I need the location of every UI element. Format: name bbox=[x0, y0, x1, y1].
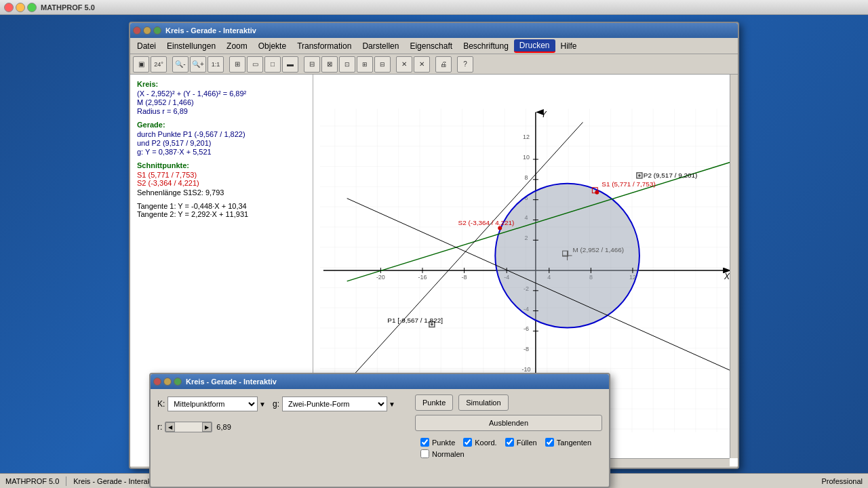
win-min-btn[interactable] bbox=[143, 26, 151, 35]
tool-zoomout[interactable]: 🔍- bbox=[172, 56, 189, 73]
tool-t1[interactable]: ⊡ bbox=[339, 56, 355, 73]
menu-objekte[interactable]: Objekte bbox=[253, 40, 292, 52]
dialog-close-btn[interactable] bbox=[153, 378, 161, 386]
k-select[interactable]: Mittelpunktform bbox=[167, 396, 258, 411]
menu-transformation[interactable]: Transformation bbox=[292, 40, 357, 52]
dialog-mid-col: g: Zwei-Punkte-Form ▼ bbox=[273, 394, 408, 461]
tool-t2[interactable]: ⊞ bbox=[357, 56, 373, 73]
menu-bar: Datei Einstellungen Zoom Objekte Transfo… bbox=[130, 38, 738, 54]
svg-text:-6: -6 bbox=[524, 325, 529, 332]
checks-container: Punkte Koord. Füllen Tangenten Normalen bbox=[415, 435, 602, 461]
tool-coord[interactable]: 24° bbox=[151, 56, 167, 73]
minimize-btn[interactable] bbox=[16, 3, 25, 12]
g-dropdown-icon: ▼ bbox=[389, 401, 395, 408]
svg-text:M (2,952 / 1,466): M (2,952 / 1,466) bbox=[573, 246, 625, 253]
tool-help[interactable]: ? bbox=[457, 56, 473, 73]
app-title-bar: MATHPROF 5.0 bbox=[0, 0, 868, 15]
tool-t3[interactable]: ⊟ bbox=[374, 56, 391, 73]
tool-close-x2[interactable]: ✕ bbox=[414, 56, 430, 73]
tool-zoom100[interactable]: 1:1 bbox=[208, 56, 224, 73]
tool-frame[interactable]: ▭ bbox=[247, 56, 263, 73]
menu-beschriftung[interactable]: Beschriftung bbox=[458, 40, 514, 52]
status-left: MATHPROF 5.0 bbox=[5, 477, 59, 485]
slider-left-arrow[interactable]: ◀ bbox=[165, 422, 175, 432]
tang2-label: Tangente 2: Y = 2,292·X + 11,931 bbox=[137, 210, 306, 218]
tool-print[interactable]: 🖨 bbox=[435, 56, 452, 73]
svg-text:-10: -10 bbox=[522, 366, 531, 373]
punkte-button[interactable]: Punkte bbox=[415, 394, 453, 411]
status-right: Professional bbox=[821, 477, 863, 485]
dialog-min-btn[interactable] bbox=[163, 378, 172, 386]
s2-label: S2 (-3,364 / 4,221) bbox=[137, 179, 306, 187]
menu-hilfe[interactable]: Hilfe bbox=[555, 40, 583, 52]
tool-select[interactable]: ▣ bbox=[133, 56, 149, 73]
menu-einstellungen[interactable]: Einstellungen bbox=[161, 40, 221, 52]
kreis-eq: (X - 2,952)² + (Y - 1,466)² = 6,89² bbox=[137, 89, 306, 98]
svg-text:P1 [-9,567 / 1,822]: P1 [-9,567 / 1,822] bbox=[387, 317, 443, 324]
tool-zoomin[interactable]: 🔍+ bbox=[190, 56, 206, 73]
tang-section: Tangente 1: Y = -0,448·X + 10,34 Tangent… bbox=[137, 202, 306, 218]
menu-darstellen[interactable]: Darstellen bbox=[357, 40, 404, 52]
menu-drucken[interactable]: Drucken bbox=[514, 39, 555, 53]
dialog-window: Kreis - Gerade - Interaktiv K: Mittelpun… bbox=[149, 373, 610, 488]
kreis-title: Kreis: bbox=[137, 80, 306, 88]
ausblenden-row: Ausblenden bbox=[415, 415, 602, 431]
tool-rect[interactable]: □ bbox=[264, 56, 281, 73]
gerade-eq: g: Y = 0,387·X + 5,521 bbox=[137, 148, 306, 156]
gerade-section: Gerade: durch Punkte P1 (-9,567 / 1,822)… bbox=[137, 121, 306, 156]
dialog-title-bar: Kreis - Gerade - Interaktiv bbox=[151, 374, 609, 389]
tool-table[interactable]: ⊟ bbox=[304, 56, 320, 73]
dialog-title: Kreis - Gerade - Interaktiv bbox=[186, 378, 277, 386]
buttons-row: Punkte Simulation bbox=[415, 394, 602, 411]
r-label: r: bbox=[157, 418, 162, 436]
win-close-btn[interactable] bbox=[133, 26, 141, 35]
svg-text:12: 12 bbox=[523, 134, 530, 140]
k-label: K: bbox=[157, 394, 165, 413]
k-row: K: Mittelpunktform ▼ bbox=[157, 394, 266, 413]
simulation-button[interactable]: Simulation bbox=[458, 394, 508, 411]
kreis-m: M (2,952 / 1,466) bbox=[137, 98, 306, 106]
s1-label: S1 (5,771 / 7,753) bbox=[137, 171, 306, 179]
scrollbar-vertical[interactable] bbox=[730, 75, 738, 458]
g-row: g: Zwei-Punkte-Form ▼ bbox=[273, 394, 408, 413]
k-dropdown-icon: ▼ bbox=[259, 401, 266, 408]
check-koord[interactable]: Koord. bbox=[463, 438, 496, 447]
slider-right-arrow[interactable]: ▶ bbox=[202, 422, 212, 432]
check-tangenten[interactable]: Tangenten bbox=[545, 438, 591, 447]
close-btn[interactable] bbox=[4, 3, 14, 12]
r-slider[interactable]: ◀ ▶ bbox=[165, 422, 212, 432]
svg-text:10: 10 bbox=[523, 154, 530, 161]
schnitt-section: Schnittpunkte: S1 (5,771 / 7,753) S2 (-3… bbox=[137, 161, 306, 197]
maximize-btn[interactable] bbox=[27, 3, 37, 12]
check-fuellen[interactable]: Füllen bbox=[505, 438, 537, 447]
svg-text:8: 8 bbox=[525, 174, 528, 181]
window-title-bar: Kreis - Gerade - Interaktiv bbox=[130, 23, 738, 38]
menu-zoom[interactable]: Zoom bbox=[221, 40, 253, 52]
dialog-max-btn[interactable] bbox=[174, 378, 182, 386]
menu-eigenschaft[interactable]: Eigenschaft bbox=[404, 40, 458, 52]
svg-point-36 bbox=[498, 226, 501, 229]
tool-grid[interactable]: ⊞ bbox=[229, 56, 245, 73]
r-value: 6,89 bbox=[216, 423, 231, 431]
kreis-section: Kreis: (X - 2,952)² + (Y - 1,466)² = 6,8… bbox=[137, 80, 306, 115]
tool-close-x[interactable]: ✕ bbox=[396, 56, 412, 73]
check-normalen[interactable]: Normalen bbox=[420, 449, 465, 458]
svg-text:-20: -20 bbox=[376, 274, 385, 281]
ausblenden-button[interactable]: Ausblenden bbox=[415, 415, 602, 431]
tool-table2[interactable]: ⊠ bbox=[321, 56, 338, 73]
g-label: g: bbox=[273, 394, 279, 413]
check-punkte[interactable]: Punkte bbox=[420, 438, 455, 447]
gerade-p2: und P2 (9,517 / 9,201) bbox=[137, 139, 306, 147]
tool-rect2[interactable]: ▬ bbox=[282, 56, 298, 73]
g-select[interactable]: Zwei-Punkte-Form bbox=[282, 396, 387, 411]
status-sep-1 bbox=[66, 476, 66, 486]
menu-datei[interactable]: Datei bbox=[132, 40, 161, 52]
svg-point-40 bbox=[638, 174, 641, 177]
svg-text:S2 (-3,364 / 4,221): S2 (-3,364 / 4,221) bbox=[458, 219, 515, 226]
titlebar-buttons[interactable] bbox=[4, 3, 37, 12]
dialog-right-col: Punkte Simulation Ausblenden Punkte Koor… bbox=[415, 394, 602, 461]
win-max-btn[interactable] bbox=[153, 26, 161, 35]
win-tb-buttons[interactable] bbox=[133, 26, 161, 35]
schnitt-title: Schnittpunkte: bbox=[137, 161, 306, 169]
svg-text:-16: -16 bbox=[418, 274, 427, 281]
